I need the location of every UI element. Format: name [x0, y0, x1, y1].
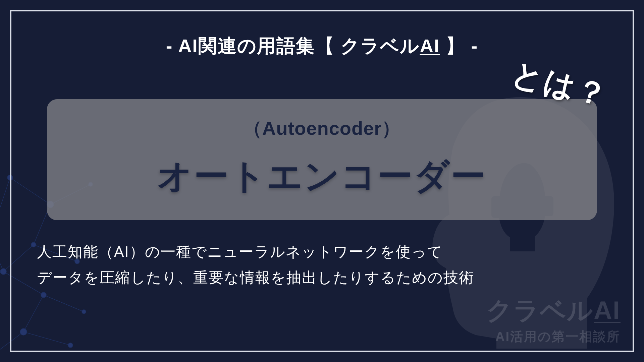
what-is-badge: とは？: [507, 53, 612, 117]
header-prefix: - AI関連の用語集【 クラベル: [166, 35, 420, 56]
header-suffix: 】 -: [440, 35, 478, 56]
term-english-label: （Autoencoder）: [67, 116, 577, 141]
brand-tagline: AI活用の第一相談所: [486, 328, 621, 345]
term-definition-box: とは？ （Autoencoder） オートエンコーダー: [47, 99, 597, 220]
brand-name: クラベルAI: [486, 294, 621, 328]
header-ai-text: AI: [420, 35, 440, 56]
description-line-1: 人工知能（AI）の一種でニューラルネットワークを使って: [37, 239, 614, 264]
term-japanese-label: オートエンコーダー: [67, 153, 577, 200]
description-line-2: データを圧縮したり、重要な情報を抽出したりするための技術: [37, 264, 614, 290]
term-description: 人工知能（AI）の一種でニューラルネットワークを使って データを圧縮したり、重要…: [37, 239, 614, 290]
brand-watermark: クラベルAI AI活用の第一相談所: [486, 294, 621, 345]
